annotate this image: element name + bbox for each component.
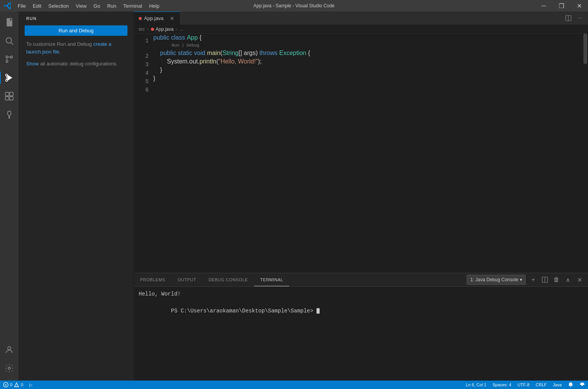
kill-terminal-button[interactable]: 🗑	[551, 274, 562, 285]
tab-close-button[interactable]: ✕	[169, 15, 175, 22]
breadcrumb-more[interactable]: ...	[180, 27, 184, 32]
status-errors[interactable]: ✕ 0 ! 0	[0, 381, 26, 389]
activity-explorer[interactable]	[0, 13, 18, 32]
breadcrumb-sep2: ›	[176, 27, 178, 32]
code-line-2: public static void main(String[] args) t…	[153, 49, 583, 57]
menu-selection[interactable]: Selection	[45, 2, 72, 10]
breadcrumb-src[interactable]: src	[139, 27, 145, 32]
terminal-dropdown[interactable]: 1: Java Debug Console ▾	[467, 275, 526, 285]
line-numbers: 1 2 3 4 5 6	[134, 33, 153, 273]
new-terminal-button[interactable]: +	[528, 274, 539, 285]
status-notifications[interactable]	[565, 381, 576, 389]
kw-throws: throws	[260, 50, 280, 57]
activity-search[interactable]	[0, 32, 18, 50]
status-bar-right: Ln 6, Col 1 Spaces: 4 UTF-8 CRLF Java	[463, 381, 588, 389]
main-layout: RUN Run and Debug To customize Run and D…	[0, 12, 588, 381]
tab-problems[interactable]: PROBLEMS	[134, 273, 171, 286]
tab-output[interactable]: OUTPUT	[171, 273, 202, 286]
svg-rect-16	[10, 97, 13, 100]
status-spaces[interactable]: Spaces: 4	[489, 381, 514, 389]
code-args: [] args)	[238, 50, 259, 57]
editor-scrollbar[interactable]	[583, 33, 588, 273]
activity-source-control[interactable]	[0, 50, 18, 68]
tab-terminal[interactable]: TERMINAL	[254, 273, 290, 286]
terminal-line-2: PS C:\Users\araokaman\Desktop\Sample\Sam…	[139, 298, 583, 324]
activity-testing[interactable]	[0, 105, 18, 124]
breadcrumb-filename: App.java	[156, 27, 174, 32]
more-actions-button[interactable]: ···	[575, 13, 585, 23]
sidebar-header: RUN	[18, 12, 134, 24]
code-line-6[interactable]	[153, 83, 583, 91]
status-broadcast[interactable]	[576, 381, 588, 389]
svg-point-6	[6, 56, 8, 58]
code-line-3: System.out.println("Hello, World!");	[153, 57, 583, 66]
editor-content: 1 2 3 4 5 6 public class App { Run | Deb…	[134, 33, 588, 273]
activity-extensions[interactable]	[0, 87, 18, 105]
debug-lens[interactable]: Debug	[186, 43, 199, 48]
activity-run-debug[interactable]	[0, 68, 18, 87]
terminal-panel: PROBLEMS OUTPUT DEBUG CONSOLE TERMINAL 1…	[134, 273, 588, 381]
fn-main: main	[207, 50, 221, 57]
svg-point-7	[6, 61, 8, 63]
breadcrumb-error-dot	[151, 28, 154, 31]
terminal-cursor	[317, 308, 320, 314]
menu-go[interactable]: Go	[90, 2, 103, 10]
status-run[interactable]: ▷	[26, 381, 35, 389]
punct-outer-brace-close: }	[153, 75, 155, 82]
kw-void: void	[194, 50, 207, 57]
activity-settings[interactable]	[0, 359, 18, 377]
tab-debug-console[interactable]: DEBUG CONSOLE	[202, 273, 254, 286]
menu-help[interactable]: Help	[146, 2, 162, 10]
activity-account[interactable]	[0, 341, 18, 359]
terminal-output[interactable]: Hello, World! PS C:\Users\araokaman\Desk…	[134, 287, 588, 381]
svg-point-10	[6, 80, 8, 82]
panel-tab-actions: 1: Java Debug Console ▾ + 🗑 ∧ ✕	[467, 273, 588, 286]
code-lens: Run | Debug	[153, 42, 583, 49]
line-num-6: 6	[134, 86, 149, 94]
split-editor-button[interactable]	[563, 13, 573, 23]
status-warning-count: 0	[21, 382, 23, 387]
status-position[interactable]: Ln 6, Col 1	[463, 381, 489, 389]
titlebar-left: File Edit Selection View Go Run Terminal…	[4, 2, 162, 10]
split-terminal-button[interactable]	[539, 274, 550, 285]
status-line-ending[interactable]: CRLF	[533, 381, 550, 389]
run-lens[interactable]: Run	[172, 43, 179, 48]
svg-rect-14	[10, 92, 13, 96]
menu-terminal[interactable]: Terminal	[120, 2, 145, 10]
line-num-3: 3	[134, 60, 149, 69]
close-panel-button[interactable]: ✕	[574, 274, 585, 285]
svg-point-11	[6, 74, 8, 76]
maximize-button[interactable]: ❐	[553, 0, 570, 12]
status-language[interactable]: Java	[550, 381, 565, 389]
kw-static: static	[178, 50, 194, 57]
code-line-5: }	[153, 74, 583, 83]
menu-edit[interactable]: Edit	[30, 2, 44, 10]
editor-tab-appjava[interactable]: App.java ✕	[134, 12, 180, 25]
tab-error-dot	[139, 17, 142, 20]
window-controls: ─ ❐ ✕	[535, 0, 588, 12]
type-exception: Exception	[279, 50, 308, 57]
menu-file[interactable]: File	[15, 2, 29, 10]
svg-rect-13	[5, 92, 9, 96]
minimize-button[interactable]: ─	[535, 0, 553, 12]
run-and-debug-button[interactable]: Run and Debug	[25, 25, 127, 36]
svg-point-17	[8, 347, 11, 350]
show-configurations-link[interactable]: Show	[26, 61, 39, 67]
svg-point-4	[6, 38, 12, 43]
menu-view[interactable]: View	[73, 2, 90, 10]
status-encoding[interactable]: UTF-8	[514, 381, 533, 389]
close-button[interactable]: ✕	[570, 0, 588, 12]
terminal-dropdown-label: 1: Java Debug Console	[470, 277, 518, 282]
str-hello-world: "Hello, World!"	[218, 58, 258, 65]
punct-brace-1: {	[199, 34, 201, 41]
menu-run[interactable]: Run	[104, 2, 119, 10]
scrollbar-thumb	[583, 33, 587, 64]
sidebar-show-text: all automatic debug configurations.	[39, 61, 118, 67]
sidebar-desc-text1: To customize Run and Debug	[26, 41, 93, 47]
kw-public-1: public	[153, 34, 171, 41]
maximize-panel-button[interactable]: ∧	[563, 274, 573, 285]
svg-text:✕: ✕	[4, 383, 7, 387]
breadcrumb-file[interactable]: App.java	[151, 27, 174, 32]
sidebar-desc-period: .	[59, 49, 61, 55]
code-line-4: }	[153, 66, 583, 74]
